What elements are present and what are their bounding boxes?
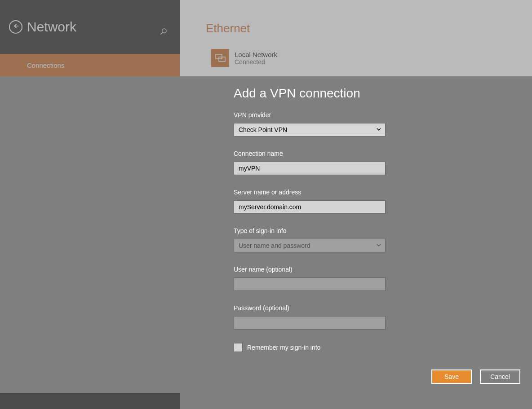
remember-checkbox[interactable] <box>234 343 243 352</box>
username-input[interactable] <box>234 277 386 291</box>
remember-label: Remember my sign-in info <box>247 344 320 351</box>
username-label: User name (optional) <box>234 266 532 273</box>
signin-type-select[interactable]: User name and password <box>234 239 386 252</box>
modal-title: Add a VPN connection <box>234 86 532 101</box>
vpn-provider-select[interactable]: Check Point VPN <box>234 123 386 136</box>
field-vpn-provider: VPN provider Check Point VPN <box>234 111 532 136</box>
remember-row[interactable]: Remember my sign-in info <box>234 343 532 352</box>
password-label: Password (optional) <box>234 304 532 312</box>
modal-buttons: Save Cancel <box>431 369 520 384</box>
chevron-down-icon <box>376 242 381 249</box>
chevron-down-icon <box>376 126 381 133</box>
field-server: Server name or address <box>234 189 532 214</box>
password-input[interactable] <box>234 316 386 330</box>
field-connection-name: Connection name <box>234 150 532 175</box>
signin-type-label: Type of sign-in info <box>234 227 532 234</box>
server-input[interactable] <box>234 200 386 214</box>
bottom-bar-right <box>180 393 532 409</box>
connection-name-label: Connection name <box>234 150 532 157</box>
connection-name-input[interactable] <box>234 162 386 175</box>
vpn-modal: Add a VPN connection VPN provider Check … <box>0 76 532 393</box>
field-password: Password (optional) <box>234 304 532 330</box>
server-label: Server name or address <box>234 189 532 196</box>
vpn-provider-value: Check Point VPN <box>239 126 287 133</box>
field-signin-type: Type of sign-in info User name and passw… <box>234 227 532 252</box>
cancel-button[interactable]: Cancel <box>480 369 520 384</box>
save-button[interactable]: Save <box>431 369 472 384</box>
field-username: User name (optional) <box>234 266 532 291</box>
vpn-provider-label: VPN provider <box>234 111 532 119</box>
signin-type-value: User name and password <box>239 242 310 249</box>
